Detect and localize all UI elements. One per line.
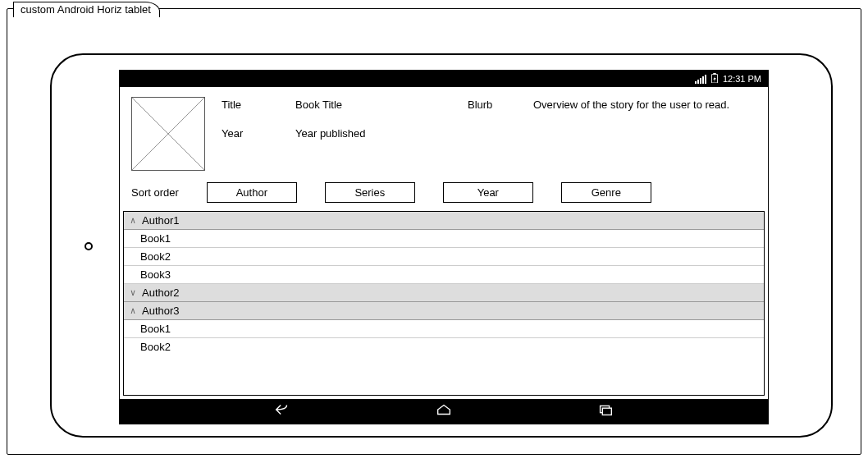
sort-year-button[interactable]: Year	[443, 182, 533, 203]
title-label: Title	[222, 99, 295, 111]
svg-marker-2	[713, 76, 715, 82]
book-list[interactable]: ∧ Author1 Book1 Book2 Book3 ∨ Author2 ∧ …	[123, 211, 765, 396]
android-status-bar: 12:31 PM	[120, 71, 768, 87]
author-group-header[interactable]: ∧ Author1	[124, 212, 764, 230]
caret-up-icon: ∧	[129, 305, 137, 316]
book-row[interactable]: Book1	[124, 230, 764, 248]
year-value: Year published	[295, 127, 468, 140]
sort-series-button[interactable]: Series	[325, 182, 415, 203]
sort-author-button[interactable]: Author	[207, 182, 297, 203]
blurb-label: Blurb	[468, 99, 533, 111]
book-row[interactable]: Book2	[124, 338, 764, 355]
status-clock: 12:31 PM	[723, 74, 761, 84]
book-meta-grid: Title Book Title Blurb Overview of the s…	[222, 97, 756, 171]
author-group-header[interactable]: ∧ Author3	[124, 302, 764, 320]
frame-title-text: custom Android Horiz tablet	[21, 3, 151, 16]
blurb-value: Overview of the story for the user to re…	[533, 99, 756, 111]
author-group-header[interactable]: ∨ Author2	[124, 284, 764, 302]
author-name: Author1	[142, 214, 180, 227]
sort-order-label: Sort order	[131, 186, 179, 199]
tablet-camera-icon	[85, 242, 93, 250]
book-cover-placeholder-icon	[131, 97, 205, 171]
book-row[interactable]: Book2	[124, 248, 764, 266]
android-nav-bar	[120, 399, 768, 424]
nav-recents-button[interactable]	[596, 403, 614, 419]
author-name: Author3	[142, 305, 180, 317]
caret-up-icon: ∧	[129, 215, 137, 226]
book-row[interactable]: Book3	[124, 266, 764, 284]
frame-title-tab: custom Android Horiz tablet	[13, 2, 160, 17]
book-row[interactable]: Book1	[124, 320, 764, 338]
nav-home-button[interactable]	[435, 403, 453, 419]
book-detail-panel: Title Book Title Blurb Overview of the s…	[120, 87, 768, 177]
tablet-body: 12:31 PM Title Book Title Blurb Overview…	[50, 53, 833, 438]
sort-genre-button[interactable]: Genre	[561, 182, 651, 203]
wireframe-outer-border: 12:31 PM Title Book Title Blurb Overview…	[7, 8, 861, 455]
caret-down-icon: ∨	[129, 287, 137, 298]
year-label: Year	[222, 127, 295, 140]
nav-back-button[interactable]	[273, 403, 291, 419]
tablet-screen: 12:31 PM Title Book Title Blurb Overview…	[119, 70, 769, 424]
signal-icon	[695, 75, 706, 84]
battery-icon	[711, 73, 718, 85]
title-value: Book Title	[295, 99, 468, 111]
sort-order-row: Sort order Author Series Year Genre	[120, 177, 768, 211]
author-name: Author2	[142, 287, 180, 299]
svg-rect-6	[602, 408, 611, 415]
